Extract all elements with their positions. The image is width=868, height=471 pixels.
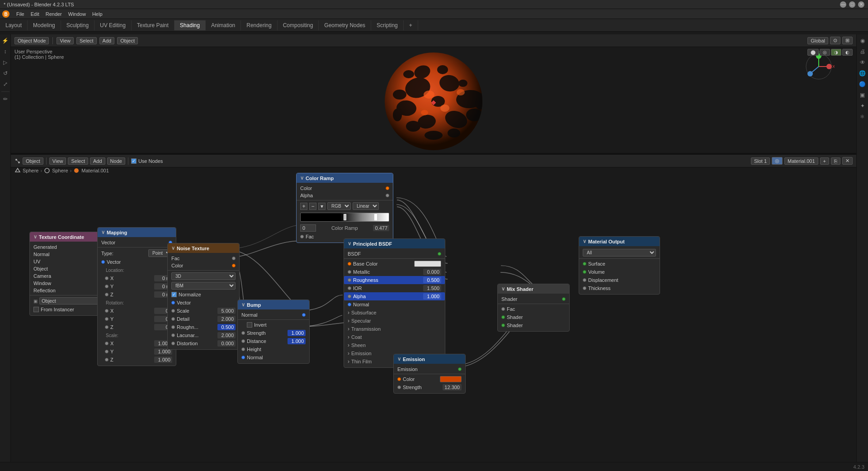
viewport-select-menu[interactable]: Select <box>76 37 97 44</box>
mix-shader-out-row: Shader <box>498 295 569 303</box>
menu-window[interactable]: Window <box>66 10 89 18</box>
noise-dim-select[interactable]: 3D <box>171 272 236 280</box>
preview-material-button[interactable]: ◎ <box>772 157 783 165</box>
sidebar-select-icon[interactable]: ▷ <box>1 58 10 67</box>
bsdf-collapse[interactable]: ∨ <box>348 241 351 247</box>
minimize-button[interactable]: — <box>840 1 846 8</box>
sidebar-annotate-icon[interactable]: ✏ <box>1 95 10 104</box>
noise-lacunarity-value: 2.000 <box>217 332 236 338</box>
delete-material-button[interactable]: ✕ <box>842 157 853 165</box>
tab-compositing[interactable]: Compositing <box>278 20 319 30</box>
noise-distortion-value: 0.000 <box>217 340 236 347</box>
bump-invert-checkbox[interactable] <box>247 322 252 328</box>
close-button[interactable]: ✕ <box>858 1 864 8</box>
tab-scripting[interactable]: Scripting <box>371 20 404 30</box>
bsdf-coat-section[interactable]: Coat <box>344 333 445 341</box>
color-ramp-collapse[interactable]: ∨ <box>300 175 304 181</box>
shader-node-menu[interactable]: Node <box>107 157 125 165</box>
tab-rendering[interactable]: Rendering <box>241 20 277 30</box>
tab-add[interactable]: + <box>404 20 418 30</box>
tab-shading[interactable]: Shading <box>175 20 206 30</box>
new-material-button[interactable]: + <box>820 157 829 165</box>
slot-button[interactable]: Slot 1 <box>751 157 770 165</box>
color-ramp-dropdown-button[interactable]: ▾ <box>318 203 326 210</box>
shader-select-menu[interactable]: Select <box>68 157 88 165</box>
right-sidebar-particles-icon[interactable]: ✦ <box>858 101 867 110</box>
viewport-object-menu[interactable]: Object <box>117 37 138 44</box>
bsdf-basecolor-swatch[interactable] <box>414 261 441 267</box>
sidebar-scale-icon[interactable]: ⤢ <box>1 80 10 89</box>
right-sidebar-world-icon[interactable]: 🔵 <box>858 80 867 89</box>
viewport-shading-material[interactable]: ◎ <box>820 49 830 56</box>
bump-collapse[interactable]: ∨ <box>241 302 245 308</box>
bsdf-sheen-section[interactable]: Sheen <box>344 341 445 349</box>
menu-help[interactable]: Help <box>90 10 105 18</box>
tab-texture-paint[interactable]: Texture Paint <box>132 20 175 30</box>
blender-logo: B <box>2 10 10 18</box>
duplicate-material-button[interactable]: ⎘ <box>831 157 840 165</box>
emission-color-swatch[interactable] <box>440 376 462 382</box>
right-sidebar-render-icon[interactable]: ◉ <box>858 36 867 45</box>
color-ramp-position-input[interactable] <box>300 224 316 232</box>
shader-mode-button[interactable]: Object <box>23 157 43 165</box>
color-ramp-stop-1[interactable] <box>344 214 346 220</box>
menu-render[interactable]: Render <box>43 10 65 18</box>
tab-layout[interactable]: Layout <box>0 20 28 30</box>
tc-from-instancer-checkbox[interactable] <box>33 307 39 312</box>
right-sidebar-scene-icon[interactable]: 🌐 <box>858 69 867 78</box>
mix-shader-collapse[interactable]: ∨ <box>501 286 505 292</box>
sidebar-tools-icon[interactable]: ⚡ <box>1 36 10 45</box>
window-title: * (Unsaved) - Blender 4.2.3 LTS <box>4 2 74 7</box>
viewport-shading-rendered[interactable]: ◑ <box>831 49 841 56</box>
viewport-shading-solid[interactable]: ⬤ <box>807 49 819 56</box>
color-ramp-interp-select[interactable]: Linear <box>353 202 379 210</box>
sidebar-rotate-icon[interactable]: ↺ <box>1 69 10 78</box>
tab-sculpting[interactable]: Sculpting <box>61 20 94 30</box>
svg-point-26 <box>457 89 465 95</box>
shader-add-menu[interactable]: Add <box>90 157 105 165</box>
noise-type-select[interactable]: fBM <box>171 282 236 290</box>
tc-object-input[interactable]: Object <box>39 297 105 304</box>
color-ramp-add-button[interactable]: + <box>300 203 307 210</box>
svg-point-16 <box>425 131 443 140</box>
global-transform-button[interactable]: Global <box>807 37 828 44</box>
snapping-button[interactable]: ⊞ <box>842 37 853 44</box>
emission-collapse[interactable]: ∨ <box>397 356 401 362</box>
use-nodes-checkbox[interactable] <box>131 158 137 164</box>
sidebar-move-icon[interactable]: ↕ <box>1 47 10 56</box>
tab-geometry-nodes[interactable]: Geometry Nodes <box>319 20 371 30</box>
right-sidebar-physics-icon[interactable]: ⚛ <box>858 112 867 121</box>
viewport-shading-eevee[interactable]: ◐ <box>842 49 853 56</box>
viewport-view-menu[interactable]: View <box>57 37 74 44</box>
shader-view-menu[interactable]: View <box>49 157 66 165</box>
material-output-dropdown[interactable]: All <box>583 249 656 257</box>
right-sidebar-output-icon[interactable]: 🖨 <box>858 47 867 56</box>
right-sidebar-view-icon[interactable]: 👁 <box>858 58 867 67</box>
bsdf-specular-section[interactable]: Specular <box>344 317 445 325</box>
tab-uv-editing[interactable]: UV Editing <box>94 20 132 30</box>
pivot-button[interactable]: ⊙ <box>830 37 840 44</box>
noise-normalize-checkbox[interactable] <box>171 292 177 297</box>
menu-edit[interactable]: Edit <box>28 10 42 18</box>
color-ramp-remove-button[interactable]: − <box>309 203 316 210</box>
use-nodes-toggle[interactable]: Use Nodes <box>131 158 163 164</box>
tab-animation[interactable]: Animation <box>206 20 241 30</box>
svg-point-17 <box>458 80 467 87</box>
noise-collapse[interactable]: ∨ <box>171 245 175 251</box>
color-ramp-mode-select[interactable]: RGB <box>327 202 351 210</box>
mapping-location-header: Location: <box>98 266 176 274</box>
right-sidebar-object-icon[interactable]: ▣ <box>858 90 867 100</box>
tab-modeling[interactable]: Modeling <box>28 20 61 30</box>
material-output-collapse[interactable]: ∨ <box>583 238 586 244</box>
maximize-button[interactable]: □ <box>849 1 855 8</box>
material-name-button[interactable]: Material.001 <box>784 157 818 165</box>
viewport-add-menu[interactable]: Add <box>99 37 115 44</box>
material-thickness-row: Thickness <box>579 284 660 292</box>
bsdf-transmission-section[interactable]: Transmission <box>344 325 445 333</box>
viewport-mode-button[interactable]: Object Mode <box>14 37 49 44</box>
texture-coordinate-collapse[interactable]: ∨ <box>33 234 37 240</box>
mapping-collapse[interactable]: ∨ <box>101 229 105 235</box>
menu-file[interactable]: File <box>14 10 27 18</box>
color-ramp-stop-2[interactable] <box>374 214 377 220</box>
bsdf-subsurface-section[interactable]: Subsurface <box>344 309 445 317</box>
